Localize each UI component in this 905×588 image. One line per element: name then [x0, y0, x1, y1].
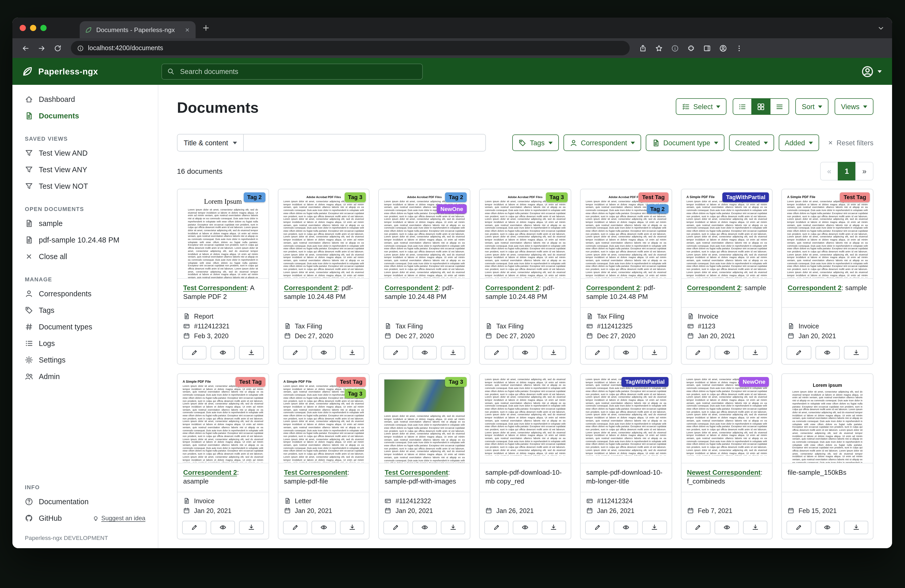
- extensions-button[interactable]: [684, 41, 698, 55]
- tag-badge-tag-3[interactable]: Tag 3: [345, 388, 366, 398]
- search-input[interactable]: [179, 67, 417, 76]
- correspondent-link[interactable]: Newest Correspondent: [687, 469, 761, 476]
- view-button[interactable]: [815, 521, 840, 534]
- tag-badge-test-tag[interactable]: Test Tag: [235, 377, 265, 387]
- download-button[interactable]: [340, 521, 364, 534]
- correspondent-link[interactable]: Correspondent 2: [183, 469, 237, 476]
- list-view-button[interactable]: [733, 98, 752, 115]
- sidebar-item-pdf-sample-10-24-48-pm[interactable]: pdf-sample 10.24.48 PM: [13, 232, 158, 248]
- document-thumbnail[interactable]: Adobe Acrobat PDF FilesLorem ipsum dolor…: [278, 189, 369, 279]
- sidebar-item-test-view-and[interactable]: Test View AND: [13, 145, 158, 162]
- view-button[interactable]: [815, 346, 840, 360]
- tag-badge-tag-2[interactable]: Tag 2: [445, 192, 467, 202]
- share-button[interactable]: [636, 41, 650, 55]
- edit-button[interactable]: [585, 521, 610, 534]
- download-button[interactable]: [239, 346, 264, 360]
- correspondent-link[interactable]: Correspondent 2: [586, 284, 640, 292]
- browser-menu-button[interactable]: [732, 41, 746, 55]
- document-title-link[interactable]: Test Correspondent: sample-pdf-file: [278, 463, 369, 492]
- previous-page-button[interactable]: «: [820, 162, 838, 181]
- sidebar-item-dashboard[interactable]: Dashboard: [13, 91, 158, 108]
- edit-button[interactable]: [686, 521, 710, 534]
- edit-button[interactable]: [182, 346, 206, 360]
- document-thumbnail[interactable]: Lorem ipsumLorem ipsum dolor sit amet, c…: [782, 374, 873, 463]
- view-button[interactable]: [412, 521, 437, 534]
- edit-button[interactable]: [686, 346, 710, 360]
- sidebar-item-settings[interactable]: Settings: [13, 352, 158, 368]
- select-button[interactable]: Select: [676, 98, 727, 115]
- back-button[interactable]: [19, 41, 33, 55]
- document-thumbnail[interactable]: Lorem ipsum dolor sit amet, consectetur …: [681, 374, 772, 463]
- user-menu[interactable]: [861, 65, 892, 78]
- document-title-link[interactable]: sample-pdf-download-10-mb copy_red: [479, 463, 570, 492]
- edit-button[interactable]: [384, 521, 408, 534]
- document-thumbnail[interactable]: A Simple PDF FileLorem ipsum dolor sit a…: [178, 374, 268, 463]
- tag-badge-tag-3[interactable]: Tag 3: [546, 192, 568, 202]
- page-info-button[interactable]: [668, 41, 682, 55]
- download-button[interactable]: [441, 346, 465, 360]
- reset-filters-button[interactable]: Reset filters: [827, 139, 873, 147]
- correspondent-link[interactable]: Test Correspondent: [183, 284, 246, 292]
- edit-button[interactable]: [787, 346, 811, 360]
- address-bar[interactable]: localhost:4200/documents: [71, 41, 630, 55]
- tag-badge-newone[interactable]: NewOne: [739, 377, 769, 387]
- bookmark-star-button[interactable]: [652, 41, 666, 55]
- tag-badge-tag-2[interactable]: Tag 2: [646, 204, 668, 214]
- tab-search-icon[interactable]: [877, 24, 885, 32]
- document-title-link[interactable]: Correspondent 2: pdf-sample 10.24.48 PM: [379, 279, 470, 308]
- view-button[interactable]: [311, 346, 336, 360]
- view-button[interactable]: [211, 346, 235, 360]
- edit-button[interactable]: [787, 521, 811, 534]
- tag-badge-newone[interactable]: NewOne: [437, 204, 467, 214]
- correspondent-link[interactable]: Correspondent 2: [788, 284, 841, 292]
- document-title-link[interactable]: Test Correspondent: sample-pdf-with-imag…: [379, 463, 470, 492]
- sidebar-item-logs[interactable]: Logs: [13, 335, 158, 352]
- grid-view-button[interactable]: [752, 98, 771, 115]
- download-button[interactable]: [541, 521, 566, 534]
- edit-button[interactable]: [283, 521, 307, 534]
- tag-badge-tag-2[interactable]: Tag 2: [244, 192, 265, 202]
- view-button[interactable]: [513, 521, 537, 534]
- document-thumbnail[interactable]: Adobe Acrobat PDF FilesLorem ipsum dolor…: [479, 189, 570, 279]
- download-button[interactable]: [844, 521, 868, 534]
- reload-button[interactable]: [51, 41, 65, 55]
- sidebar-item-close-all[interactable]: Close all: [13, 248, 158, 265]
- sidebar-item-admin[interactable]: Admin: [13, 368, 158, 385]
- download-button[interactable]: [541, 346, 566, 360]
- document-title-link[interactable]: sample-pdf-download-10-mb-longer-title: [581, 463, 672, 492]
- document-title-link[interactable]: Correspondent 2: asample: [178, 463, 268, 492]
- view-button[interactable]: [714, 346, 739, 360]
- filter-correspondent-button[interactable]: Correspondent: [563, 135, 641, 151]
- page-1-button[interactable]: 1: [838, 162, 856, 181]
- tag-badge-tag-3[interactable]: Tag 3: [345, 192, 366, 202]
- correspondent-link[interactable]: Correspondent 2: [385, 284, 438, 292]
- site-info-icon[interactable]: [77, 45, 84, 51]
- forward-button[interactable]: [35, 41, 49, 55]
- sidebar-item-documents[interactable]: Documents: [13, 108, 158, 124]
- filter-text-input[interactable]: [244, 134, 486, 152]
- download-button[interactable]: [239, 521, 264, 534]
- sidebar-item-documentation[interactable]: Documentation: [13, 493, 158, 510]
- document-title-link[interactable]: Test Correspondent: A Sample PDF 2: [178, 279, 268, 308]
- view-button[interactable]: [513, 346, 537, 360]
- tab-close-icon[interactable]: [184, 27, 191, 33]
- download-button[interactable]: [743, 521, 767, 534]
- document-thumbnail[interactable]: Lorem ipsum dolor sit amet, consectetur …: [379, 374, 470, 463]
- views-button[interactable]: Views: [835, 98, 873, 115]
- document-title-link[interactable]: Correspondent 2: sample: [681, 279, 772, 308]
- sidebar-item-sample[interactable]: sample: [13, 215, 158, 232]
- document-thumbnail[interactable]: Adobe Acrobat PDF FilesLorem ipsum dolor…: [379, 189, 470, 279]
- suggest-idea-link[interactable]: Suggest an idea: [92, 515, 145, 522]
- side-panel-button[interactable]: [700, 41, 714, 55]
- filter-field-dropdown[interactable]: Title & content: [177, 134, 244, 152]
- profile-button[interactable]: [716, 41, 730, 55]
- correspondent-link[interactable]: Test Correspondent: [385, 469, 448, 476]
- correspondent-link[interactable]: Correspondent 2: [687, 284, 741, 292]
- document-thumbnail[interactable]: A Simple PDF FileLorem ipsum dolor sit a…: [278, 374, 369, 463]
- sidebar-item-github[interactable]: GitHubSuggest an idea: [13, 510, 158, 526]
- edit-button[interactable]: [283, 346, 307, 360]
- sort-button[interactable]: Sort: [795, 98, 829, 115]
- correspondent-link[interactable]: Test Correspondent: [284, 469, 347, 476]
- download-button[interactable]: [642, 346, 667, 360]
- view-button[interactable]: [614, 521, 638, 534]
